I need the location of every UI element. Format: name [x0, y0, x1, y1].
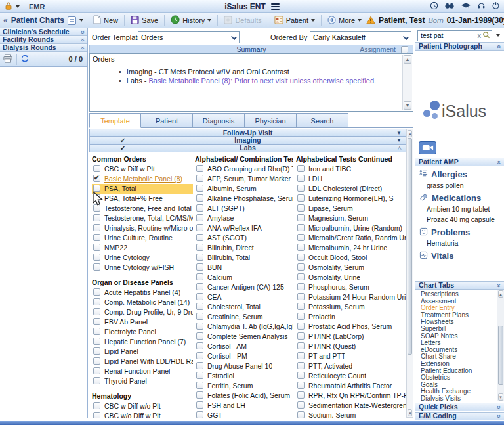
checkbox[interactable] — [297, 254, 304, 261]
lab-order-item[interactable]: Comp. Drug Profile, Ur, 9 Drugs — [92, 307, 193, 317]
checkbox[interactable] — [93, 367, 100, 374]
scroll-up-icon[interactable]: ▲ — [408, 130, 412, 137]
lab-order-item[interactable]: Sodium, Serum — [296, 411, 406, 418]
checkbox[interactable] — [93, 412, 100, 418]
tab-patient[interactable]: Patient — [141, 113, 193, 128]
collapse-chevron-icon[interactable]: « — [79, 46, 86, 50]
checkbox[interactable] — [297, 263, 304, 271]
lab-order-item[interactable]: Basic Metabolic Panel (8) — [92, 174, 193, 184]
scroll-down-icon[interactable]: ▼ — [498, 393, 503, 401]
webcam-button[interactable] — [419, 141, 436, 154]
clock-icon[interactable] — [430, 1, 438, 11]
checkbox[interactable] — [93, 402, 100, 409]
lab-order-item[interactable]: Ferritin, Serum — [195, 381, 293, 391]
lab-order-item[interactable]: ALT (SGPT) — [195, 204, 293, 213]
lab-order-item[interactable]: ANA w/Reflex IFA — [195, 223, 293, 233]
scroll-up-icon[interactable]: ▲ — [498, 290, 503, 298]
binoculars-icon[interactable] — [444, 1, 455, 11]
checkbox[interactable] — [93, 377, 100, 384]
chart-tabs-scrollbar[interactable]: ▲ ▼ — [497, 290, 504, 401]
checkbox[interactable] — [93, 298, 100, 305]
lab-order-item[interactable]: Microalb/Creat Ratio, Randm Ur — [296, 233, 406, 243]
lab-order-item[interactable]: Phosphorus, Serum — [296, 282, 406, 292]
tab-diagnosis[interactable]: Diagnosis — [193, 113, 245, 128]
lab-order-item[interactable]: Potassium 24 Hour Random Urine — [296, 292, 406, 302]
lab-order-item[interactable]: Creatinine, Serum — [195, 312, 293, 322]
lab-order-item[interactable]: Lipid Panel With LDL/HDL Ratio — [92, 357, 193, 367]
power-icon[interactable] — [492, 1, 500, 11]
lock-dropdown-icon[interactable] — [16, 5, 20, 8]
lab-order-item[interactable]: Iron and TIBC — [296, 164, 406, 174]
lock-icon[interactable] — [4, 1, 13, 12]
order-line-link[interactable]: Basic Metabolic Panel (8): Prior to next… — [149, 77, 377, 85]
checkbox[interactable] — [297, 313, 304, 320]
section-bar-labs[interactable]: ✔Labs△ — [89, 145, 406, 152]
checkbox[interactable] — [196, 323, 203, 330]
lab-order-item[interactable]: Reticulocyte Count — [296, 371, 406, 381]
lab-order-item[interactable]: ABO Grouping and Rho(D) Typing — [195, 164, 293, 174]
checkbox[interactable] — [196, 372, 203, 379]
patient-photograph-header[interactable]: Patient Photograph « — [415, 42, 504, 51]
checkbox[interactable] — [297, 411, 304, 418]
assignment-checkbox[interactable] — [401, 46, 408, 53]
patient-button[interactable]: Patient — [270, 14, 320, 27]
ordered-by-select[interactable]: Carly Kakasuleff — [310, 31, 411, 43]
lab-order-item[interactable]: Folates (Folic Acid), Serum — [195, 391, 293, 401]
checkbox[interactable] — [297, 224, 304, 231]
lab-order-item[interactable]: CBC w Diff w/o Plt — [92, 401, 193, 411]
lab-order-item[interactable]: Microalbumin, Urine (Random) — [296, 223, 406, 233]
checkbox[interactable] — [196, 263, 203, 271]
lab-order-item[interactable]: LDH — [296, 174, 406, 184]
lab-order-item[interactable]: Cortisol - PM — [195, 351, 293, 361]
checkbox[interactable] — [196, 293, 203, 300]
lab-order-item[interactable]: Testosterone, Free and Total — [92, 204, 193, 213]
checkbox[interactable] — [297, 244, 304, 251]
chart-tab-superbill[interactable]: Superbill — [421, 326, 504, 333]
checkbox[interactable] — [196, 362, 203, 369]
lab-order-item[interactable]: Lipase, Serum — [296, 204, 406, 213]
lab-order-item[interactable]: Cancer Antigen (CA) 125 — [195, 282, 293, 292]
panel-dropdown-icon[interactable] — [79, 19, 83, 22]
amp-group-vitals[interactable]: Vitals — [415, 248, 504, 261]
training-cap-icon[interactable] — [461, 2, 471, 11]
lab-order-item[interactable]: Calcium — [195, 273, 293, 282]
lab-order-item[interactable]: Amylase — [195, 213, 293, 223]
lab-order-item[interactable]: Albumin, Serum — [195, 184, 293, 194]
amp-group-medications[interactable]: Medications — [415, 190, 504, 204]
em-coding-header[interactable]: E/M Coding « — [415, 412, 504, 420]
search-icon[interactable] — [482, 31, 490, 40]
lab-order-item[interactable]: AFP, Serum, Tumor Marker — [195, 174, 293, 184]
collapse-chevron-icon[interactable]: « — [495, 405, 502, 409]
checkbox[interactable] — [196, 234, 203, 241]
checkbox[interactable] — [196, 185, 203, 192]
checkbox[interactable] — [297, 214, 304, 221]
collapse-arrow-icon[interactable]: △ — [398, 145, 402, 152]
lab-order-item[interactable]: GGT — [195, 411, 293, 418]
checkbox[interactable] — [196, 254, 203, 261]
order-template-select[interactable]: Orders — [138, 31, 240, 43]
lab-order-item[interactable]: CBC w Diff w Plt — [92, 164, 193, 174]
lab-order-item[interactable]: Urine Cytology w/FISH — [92, 263, 193, 273]
checkbox[interactable] — [297, 303, 304, 310]
amp-group-problems[interactable]: Problems — [415, 225, 504, 238]
collapse-chevron-icon[interactable]: « — [79, 30, 86, 34]
menu-icon[interactable] — [271, 2, 280, 11]
lab-order-item[interactable]: PT/INR (Quest) — [296, 342, 406, 351]
checkbox[interactable] — [196, 332, 203, 340]
lab-order-item[interactable]: Potassium, Serum — [296, 302, 406, 312]
checkbox[interactable] — [297, 391, 304, 399]
tab-search[interactable]: Search — [297, 113, 348, 128]
orders-scrollbar[interactable]: ▲ ▼ — [402, 55, 412, 110]
checkbox[interactable] — [297, 204, 304, 212]
lab-order-item[interactable]: Electrolyte Panel — [92, 327, 193, 337]
lab-order-item[interactable]: Occult Blood, Stool — [296, 253, 406, 263]
scroll-down-icon[interactable]: ▼ — [404, 101, 411, 110]
lab-order-item[interactable]: EBV Ab Panel — [92, 317, 193, 327]
lab-order-item[interactable]: Urinalysis, Routine w/Micro on Pos — [92, 223, 193, 233]
checkbox[interactable] — [196, 214, 203, 221]
collapse-chevron-icon[interactable]: « — [495, 160, 502, 164]
checkbox[interactable] — [93, 318, 100, 325]
lab-order-item[interactable]: Lipid Panel — [92, 347, 193, 357]
checkbox[interactable] — [297, 352, 304, 359]
checkbox[interactable] — [196, 352, 203, 359]
